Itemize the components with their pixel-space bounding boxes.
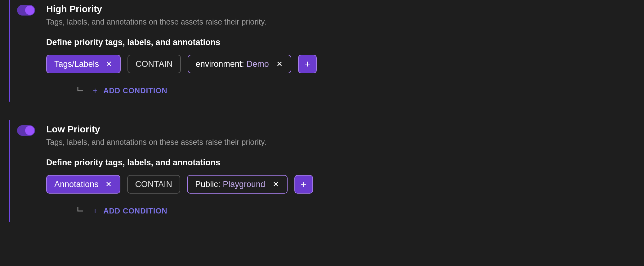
plus-icon: +	[301, 179, 306, 190]
plus-icon: +	[93, 206, 98, 216]
operator-chip[interactable]: CONTAIN	[127, 175, 181, 194]
value-val: Playground	[223, 180, 265, 189]
enable-toggle[interactable]	[17, 125, 35, 136]
close-icon[interactable]: ✕	[105, 180, 112, 189]
type-chip[interactable]: Tags/Labels ✕	[46, 55, 121, 73]
value-key: Public:	[195, 180, 220, 189]
type-chip-label: Tags/Labels	[54, 59, 99, 69]
value-chip[interactable]: Public: Playground ✕	[187, 175, 288, 194]
add-value-button[interactable]: +	[294, 175, 313, 194]
section-subtitle: Tags, labels, and annotations on these a…	[46, 17, 266, 26]
condition-row: Annotations ✕ CONTAIN Public: Playground…	[46, 175, 644, 194]
section-header: High Priority Tags, labels, and annotati…	[17, 4, 644, 38]
add-condition-button[interactable]: + ADD CONDITION	[93, 86, 168, 95]
value-val: Demo	[247, 59, 269, 69]
close-icon[interactable]: ✕	[276, 60, 283, 68]
add-condition-row: + ADD CONDITION	[77, 206, 644, 216]
priority-section-high: High Priority Tags, labels, and annotati…	[9, 0, 644, 102]
define-label: Define priority tags, labels, and annota…	[46, 158, 644, 167]
value-key: environment:	[196, 59, 244, 69]
section-header: Low Priority Tags, labels, and annotatio…	[17, 124, 644, 158]
condition-row: Tags/Labels ✕ CONTAIN environment: Demo …	[46, 55, 644, 73]
type-chip[interactable]: Annotations ✕	[46, 175, 120, 194]
add-condition-row: + ADD CONDITION	[77, 86, 644, 95]
section-title: Low Priority	[46, 124, 266, 135]
close-icon[interactable]: ✕	[272, 180, 280, 189]
operator-label: CONTAIN	[136, 59, 173, 69]
section-title: High Priority	[46, 4, 266, 14]
header-text: High Priority Tags, labels, and annotati…	[46, 4, 266, 38]
section-body: Define priority tags, labels, and annota…	[46, 38, 644, 95]
define-label: Define priority tags, labels, and annota…	[46, 38, 644, 47]
type-chip-label: Annotations	[54, 180, 99, 189]
branch-icon	[77, 86, 84, 95]
add-condition-label: ADD CONDITION	[103, 86, 167, 95]
add-condition-label: ADD CONDITION	[103, 207, 167, 215]
enable-toggle[interactable]	[17, 5, 35, 16]
operator-label: CONTAIN	[135, 180, 172, 189]
close-icon[interactable]: ✕	[105, 60, 113, 68]
header-text: Low Priority Tags, labels, and annotatio…	[46, 124, 266, 158]
value-chip[interactable]: environment: Demo ✕	[188, 55, 291, 73]
add-value-button[interactable]: +	[298, 55, 317, 73]
add-condition-button[interactable]: + ADD CONDITION	[93, 206, 168, 216]
section-subtitle: Tags, labels, and annotations on these a…	[46, 138, 266, 147]
branch-icon	[77, 206, 84, 216]
section-body: Define priority tags, labels, and annota…	[46, 158, 644, 216]
plus-icon: +	[304, 58, 310, 70]
priority-section-low: Low Priority Tags, labels, and annotatio…	[9, 120, 644, 222]
plus-icon: +	[93, 86, 98, 95]
operator-chip[interactable]: CONTAIN	[127, 55, 181, 73]
